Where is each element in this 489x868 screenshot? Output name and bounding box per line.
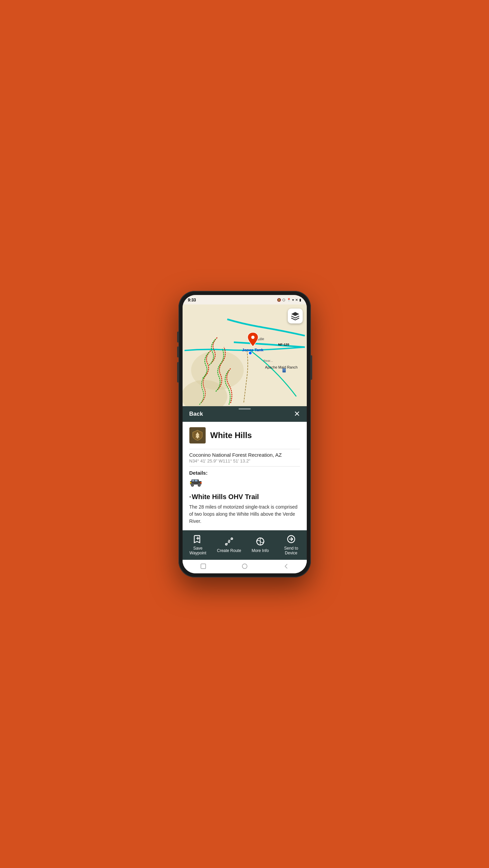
save-waypoint-button[interactable]: SaveWaypoint <box>186 534 210 556</box>
svg-point-17 <box>248 351 252 355</box>
save-waypoint-icon <box>192 534 203 545</box>
more-info-icon <box>255 536 266 547</box>
location-icon: 📍 <box>287 298 291 302</box>
phone-screen: 9:33 🔕 ⬡ 📍 ▾ ✕ ▮ <box>183 295 307 573</box>
svg-point-16 <box>251 336 255 339</box>
svg-point-25 <box>199 485 200 486</box>
map-area[interactable]: Cornville NF-120 Bear... Apache Maid Ran… <box>183 304 307 406</box>
svg-point-32 <box>228 541 230 542</box>
phone-frame: 9:33 🔕 ⬡ 📍 ▾ ✕ ▮ <box>178 291 311 577</box>
send-to-device-label: Send toDevice <box>284 546 298 556</box>
svg-point-23 <box>192 485 193 486</box>
trail-title: White Hills OHV Trail <box>189 493 300 501</box>
ohv-icon <box>189 478 300 490</box>
svg-text:NF-120: NF-120 <box>278 342 289 346</box>
svg-text:Bear...: Bear... <box>263 359 273 362</box>
power-button-right <box>311 355 312 380</box>
mute-icon: 🔕 <box>277 298 281 302</box>
svg-rect-10 <box>284 369 284 369</box>
create-route-icon <box>224 536 234 547</box>
power-button-left <box>177 362 178 382</box>
recent-apps-button[interactable] <box>200 563 207 570</box>
bluetooth-icon: ⬡ <box>282 298 285 302</box>
close-button[interactable]: ✕ <box>294 410 300 418</box>
svg-rect-28 <box>190 482 191 484</box>
send-to-device-icon <box>286 534 297 545</box>
svg-rect-19 <box>197 437 198 438</box>
svg-rect-35 <box>201 564 206 569</box>
layers-button[interactable] <box>288 309 303 323</box>
svg-rect-9 <box>283 369 283 369</box>
create-route-label: Create Route <box>217 548 241 553</box>
svg-rect-29 <box>200 482 202 484</box>
place-header: White Hills <box>189 427 300 443</box>
panel-content: White Hills Coconino National Forest Rec… <box>183 422 307 530</box>
divider-1 <box>189 449 300 449</box>
forest-badge <box>189 427 206 443</box>
svg-point-31 <box>231 538 233 539</box>
send-to-device-button[interactable]: Send toDevice <box>279 534 303 556</box>
trail-description: The 28 miles of motorized single-track i… <box>189 504 300 525</box>
status-icons: 🔕 ⬡ 📍 ▾ ✕ ▮ <box>277 298 301 302</box>
wifi-icon: ▾ <box>292 298 294 302</box>
android-nav-bar <box>183 560 307 573</box>
more-info-button[interactable]: More Info <box>248 536 272 553</box>
place-name: White Hills <box>210 431 252 440</box>
svg-text:Jones Tank: Jones Tank <box>242 348 264 352</box>
svg-rect-11 <box>285 369 285 369</box>
signal-off-icon: ✕ <box>295 298 298 302</box>
svg-rect-12 <box>283 370 283 370</box>
location-name: Coconino National Forest Recreation, AZ <box>189 452 300 458</box>
svg-text:Apache  Maid  Ranch: Apache Maid Ranch <box>265 365 298 369</box>
battery-icon: ▮ <box>299 298 301 302</box>
coordinates: N34° 41' 25.9" W111° 51' 13.2" <box>189 458 300 463</box>
divider-2 <box>189 466 300 467</box>
svg-point-30 <box>225 544 227 545</box>
bottom-panel: Back ✕ White <box>183 406 307 573</box>
home-button[interactable] <box>241 563 248 570</box>
drag-handle <box>239 408 251 410</box>
details-label: Details: <box>189 470 300 476</box>
save-waypoint-label: SaveWaypoint <box>189 546 206 556</box>
volume-down-button <box>177 347 178 357</box>
svg-rect-13 <box>284 370 284 370</box>
volume-up-button <box>177 332 178 342</box>
panel-header: Back ✕ <box>183 406 307 422</box>
more-info-label: More Info <box>251 548 269 553</box>
svg-point-36 <box>242 564 247 569</box>
svg-rect-26 <box>192 480 194 481</box>
status-bar: 9:33 🔕 ⬡ 📍 ▾ ✕ ▮ <box>183 295 307 304</box>
status-time: 9:33 <box>188 298 196 302</box>
create-route-button[interactable]: Create Route <box>217 536 241 553</box>
svg-rect-14 <box>285 370 285 370</box>
svg-rect-27 <box>195 480 198 481</box>
back-button[interactable]: Back <box>189 411 203 417</box>
action-bar: SaveWaypoint Create Route <box>183 530 307 560</box>
back-nav-button[interactable] <box>282 563 290 570</box>
